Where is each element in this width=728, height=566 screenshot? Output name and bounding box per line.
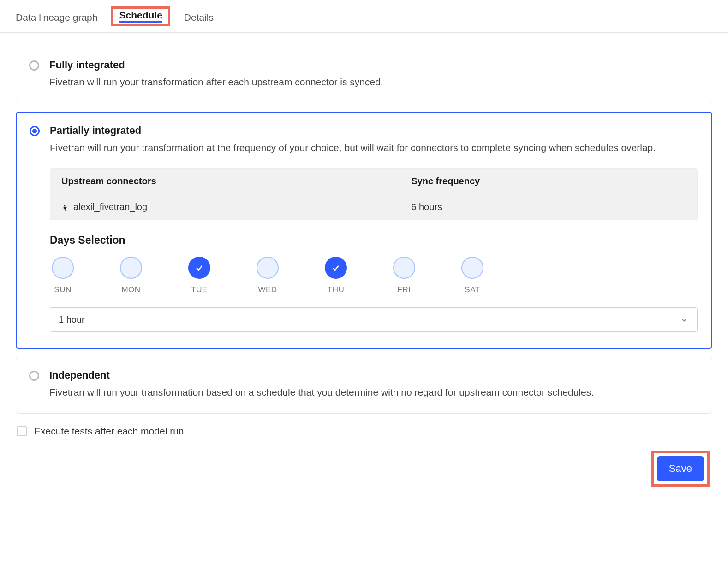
day-wed[interactable]: WED	[257, 257, 279, 295]
content-area: Fully integrated Fivetran will run your …	[0, 33, 728, 496]
connectors-row-name-cell: alexil_fivetran_log	[61, 202, 411, 212]
option-independent[interactable]: Independent Fivetran will run your trans…	[16, 357, 712, 414]
frequency-value: 1 hour	[59, 314, 85, 325]
connectors-row-name: alexil_fivetran_log	[73, 202, 147, 212]
highlight-save: Save	[651, 451, 710, 487]
tab-details[interactable]: Details	[184, 10, 214, 32]
execute-tests-checkbox[interactable]	[17, 426, 27, 436]
footer: Save	[16, 451, 712, 487]
day-sun[interactable]: SUN	[52, 257, 74, 295]
day-tue[interactable]: TUE	[188, 257, 210, 295]
day-tue-circle[interactable]	[188, 257, 210, 279]
option-independent-body: Independent Fivetran will run your trans…	[49, 369, 698, 400]
day-sat[interactable]: SAT	[461, 257, 483, 295]
frequency-select[interactable]: 1 hour	[50, 307, 698, 332]
radio-partially[interactable]	[30, 126, 40, 136]
execute-tests-label: Execute tests after each model run	[34, 426, 184, 437]
radio-fully[interactable]	[29, 60, 39, 71]
check-icon	[331, 263, 340, 272]
radio-independent[interactable]	[29, 371, 39, 381]
save-button[interactable]: Save	[657, 456, 704, 481]
day-thu-circle[interactable]	[325, 257, 347, 279]
option-fully-integrated[interactable]: Fully integrated Fivetran will run your …	[16, 47, 712, 103]
day-thu-label: THU	[328, 285, 344, 295]
day-fri-label: FRI	[398, 285, 411, 295]
option-partially-desc: Fivetran will run your transformation at…	[50, 140, 698, 156]
tab-underline	[119, 21, 162, 23]
days-heading: Days Selection	[50, 234, 698, 247]
day-sun-label: SUN	[54, 285, 71, 295]
connectors-header-row: Upstream connectors Sync frequency	[50, 169, 697, 194]
day-mon-label: MON	[121, 285, 140, 295]
tab-schedule[interactable]: Schedule	[119, 10, 162, 21]
day-thu[interactable]: THU	[325, 257, 347, 295]
day-sat-label: SAT	[465, 285, 480, 295]
option-independent-title: Independent	[49, 369, 698, 381]
day-sun-circle[interactable]	[52, 257, 74, 279]
option-independent-desc: Fivetran will run your transformation ba…	[49, 385, 698, 400]
connectors-row-freq: 6 hours	[411, 202, 686, 212]
plug-icon	[61, 204, 69, 211]
day-mon[interactable]: MON	[120, 257, 142, 295]
execute-tests-row: Execute tests after each model run	[16, 422, 712, 451]
tabs-bar: Data lineage graph Schedule Details	[0, 0, 728, 33]
day-fri-circle[interactable]	[393, 257, 415, 279]
connectors-header-freq: Sync frequency	[411, 176, 686, 187]
highlight-tab-schedule: Schedule	[111, 6, 170, 26]
day-fri[interactable]: FRI	[393, 257, 415, 295]
day-tue-label: TUE	[191, 285, 208, 295]
day-mon-circle[interactable]	[120, 257, 142, 279]
day-wed-circle[interactable]	[257, 257, 279, 279]
check-icon	[195, 263, 204, 272]
tab-data-lineage[interactable]: Data lineage graph	[16, 10, 97, 32]
connectors-table: Upstream connectors Sync frequency alexi…	[50, 168, 698, 220]
connectors-header-name: Upstream connectors	[61, 176, 411, 187]
day-sat-circle[interactable]	[461, 257, 483, 279]
option-partially-title: Partially integrated	[50, 125, 698, 137]
option-fully-body: Fully integrated Fivetran will run your …	[49, 59, 698, 90]
option-partially-body: Partially integrated Fivetran will run y…	[50, 125, 698, 335]
option-fully-desc: Fivetran will run your transformation af…	[49, 75, 698, 90]
days-row: SUN MON TUE WED	[50, 257, 698, 295]
day-wed-label: WED	[258, 285, 277, 295]
option-fully-title: Fully integrated	[49, 59, 698, 71]
connectors-row: alexil_fivetran_log 6 hours	[50, 194, 697, 220]
option-partially-integrated[interactable]: Partially integrated Fivetran will run y…	[16, 112, 712, 349]
chevron-down-icon	[680, 315, 689, 325]
